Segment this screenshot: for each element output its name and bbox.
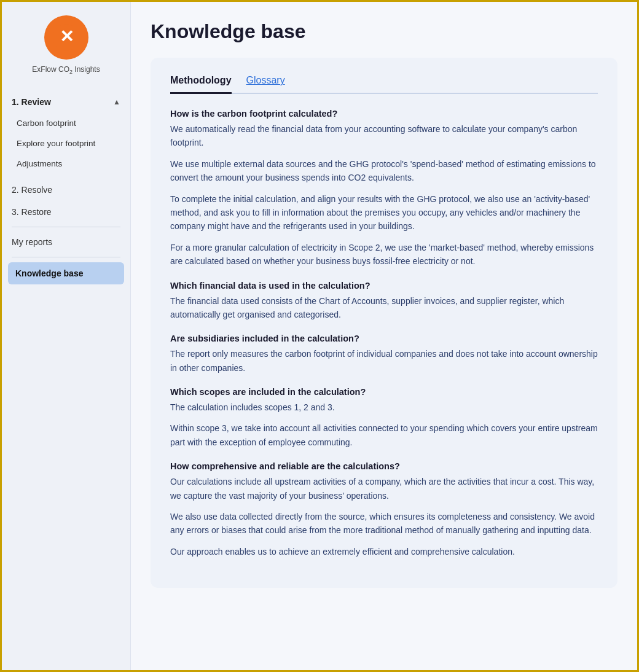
faq-3-answer-1: The report only measures the carbon foot…	[170, 347, 598, 375]
chevron-up-icon: ▲	[113, 98, 120, 106]
faq-1-answer-4: For a more granular calculation of elect…	[170, 241, 598, 268]
page-title: Knowledge base	[151, 20, 617, 43]
content-card: Methodology Glossary How is the carbon f…	[151, 58, 617, 588]
faq-4-question: Which scopes are included in the calcula…	[170, 387, 598, 397]
nav-divider-1	[12, 227, 120, 227]
svg-text:✕: ✕	[59, 27, 73, 46]
faq-5: How comprehensive and reliable are the c…	[170, 461, 598, 558]
tab-methodology[interactable]: Methodology	[170, 75, 232, 94]
faq-4: Which scopes are included in the calcula…	[170, 387, 598, 449]
logo-icon: ✕	[44, 15, 88, 60]
sidebar-item-explore-footprint[interactable]: Explore your footprint	[2, 133, 130, 154]
faq-4-answer-2: Within scope 3, we take into account all…	[170, 421, 598, 449]
faq-1-answer-1: We automatically read the financial data…	[170, 122, 598, 150]
tab-glossary[interactable]: Glossary	[246, 75, 285, 94]
nav-divider-2	[12, 257, 120, 257]
faq-5-answer-3: Our approach enables us to achieve an ex…	[170, 545, 598, 558]
faq-4-answer-1: The calculation includes scopes 1, 2 and…	[170, 400, 598, 414]
faq-1-question: How is the carbon footprint calculated?	[170, 109, 598, 119]
sidebar-item-my-reports[interactable]: My reports	[2, 231, 130, 253]
faq-5-answer-2: We also use data collected directly from…	[170, 510, 598, 537]
sidebar-item-restore[interactable]: 3. Restore	[2, 201, 130, 223]
faq-1-answer-2: We use multiple external data sources an…	[170, 157, 598, 185]
faq-5-answer-1: Our calculations include all upstream ac…	[170, 475, 598, 502]
nav-review-section: 1. Review ▲ Carbon footprint Explore you…	[2, 86, 130, 179]
faq-2-answer-1: The financial data used consists of the …	[170, 294, 598, 322]
main-content: Knowledge base Methodology Glossary How …	[131, 2, 637, 670]
faq-3-question: Are subsidiaries included in the calcula…	[170, 334, 598, 343]
logo-area: ✕ ExFlow CO2 Insights	[2, 2, 130, 86]
sidebar-item-resolve[interactable]: 2. Resolve	[2, 179, 130, 201]
faq-2-question: Which financial data is used in the calc…	[170, 281, 598, 291]
faq-2: Which financial data is used in the calc…	[170, 281, 598, 322]
faq-1: How is the carbon footprint calculated? …	[170, 109, 598, 268]
logo-text: ExFlow CO2 Insights	[32, 64, 100, 76]
sidebar-item-knowledge-base[interactable]: Knowledge base	[8, 262, 124, 284]
nav-review-header[interactable]: 1. Review ▲	[2, 91, 130, 113]
sidebar: ✕ ExFlow CO2 Insights 1. Review ▲ Carbon…	[2, 2, 131, 670]
sidebar-item-carbon-footprint[interactable]: Carbon footprint	[2, 113, 130, 133]
faq-3: Are subsidiaries included in the calcula…	[170, 334, 598, 375]
faq-5-question: How comprehensive and reliable are the c…	[170, 461, 598, 471]
faq-1-answer-3: To complete the initial calculation, and…	[170, 192, 598, 233]
tab-bar: Methodology Glossary	[170, 75, 598, 94]
sidebar-item-adjustments[interactable]: Adjustments	[2, 154, 130, 174]
